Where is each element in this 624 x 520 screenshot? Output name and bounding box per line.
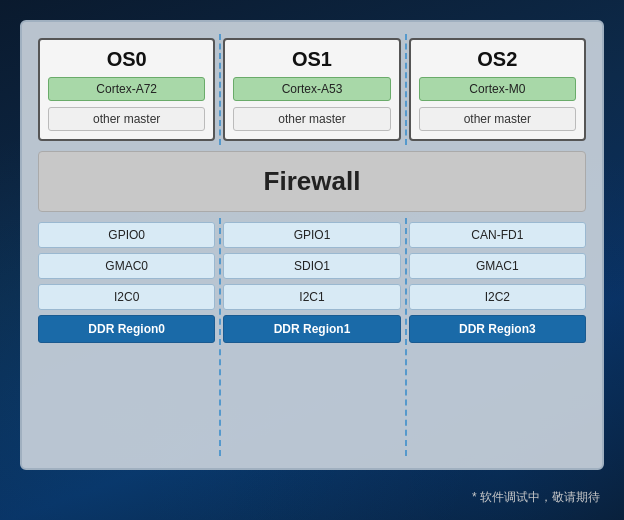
gpio1: GPIO1 [223,222,400,248]
os2-other-master: other master [419,107,576,131]
i2c0: I2C0 [38,284,215,310]
firewall-title: Firewall [264,166,361,196]
periph-divider-2 [405,218,407,456]
periph-divider-1 [219,218,221,456]
gmac0: GMAC0 [38,253,215,279]
ddr-region3: DDR Region3 [409,315,586,343]
os1-title: OS1 [292,48,332,71]
ddr-region0: DDR Region0 [38,315,215,343]
os2-title: OS2 [477,48,517,71]
os2-cpu: Cortex-M0 [419,77,576,101]
os2-box: OS2 Cortex-M0 other master [409,38,586,141]
divider-1 [219,34,221,145]
divider-2 [405,34,407,145]
os1-cpu: Cortex-A53 [233,77,390,101]
background: OS0 Cortex-A72 other master OS1 Cortex-A… [0,0,624,520]
periph-column-2: CAN-FD1 GMAC1 I2C2 DDR Region3 [409,222,586,452]
os0-other-master: other master [48,107,205,131]
ddr-region1: DDR Region1 [223,315,400,343]
os0-cpu: Cortex-A72 [48,77,205,101]
canfd1: CAN-FD1 [409,222,586,248]
periph-column-1: GPIO1 SDIO1 I2C1 DDR Region1 [223,222,400,452]
os-section: OS0 Cortex-A72 other master OS1 Cortex-A… [34,34,590,145]
footer-text: * 软件调试中，敬请期待 [472,489,600,506]
os1-box: OS1 Cortex-A53 other master [223,38,400,141]
i2c2: I2C2 [409,284,586,310]
gpio0: GPIO0 [38,222,215,248]
os0-title: OS0 [107,48,147,71]
firewall-section: Firewall [38,151,586,212]
peripheral-section: GPIO0 GMAC0 I2C0 DDR Region0 GPIO1 SDIO1… [34,218,590,456]
sdio1: SDIO1 [223,253,400,279]
main-container: OS0 Cortex-A72 other master OS1 Cortex-A… [20,20,604,470]
gmac1: GMAC1 [409,253,586,279]
os1-other-master: other master [233,107,390,131]
os0-box: OS0 Cortex-A72 other master [38,38,215,141]
periph-column-0: GPIO0 GMAC0 I2C0 DDR Region0 [38,222,215,452]
i2c1: I2C1 [223,284,400,310]
